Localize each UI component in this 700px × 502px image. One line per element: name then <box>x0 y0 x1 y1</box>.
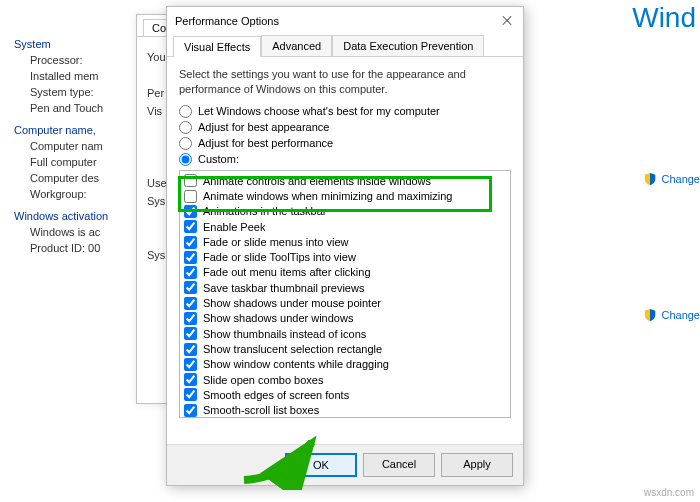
radio-label: Adjust for best appearance <box>198 121 329 133</box>
tab-advanced[interactable]: Advanced <box>261 35 332 56</box>
checkbox-input[interactable] <box>184 220 197 233</box>
checkbox-label: Show shadows under mouse pointer <box>203 296 381 310</box>
shield-icon <box>643 172 657 186</box>
checkbox-label: Slide open combo boxes <box>203 373 323 387</box>
radio-input[interactable] <box>179 137 192 150</box>
checkbox-option[interactable]: Animations in the taskbar <box>184 204 506 218</box>
tab-strip: Visual EffectsAdvancedData Execution Pre… <box>167 35 523 57</box>
checkbox-label: Fade out menu items after clicking <box>203 265 371 279</box>
checkbox-option[interactable]: Animate windows when minimizing and maxi… <box>184 189 506 203</box>
checkbox-input[interactable] <box>184 281 197 294</box>
change-label: Change <box>661 173 700 185</box>
checkbox-input[interactable] <box>184 297 197 310</box>
radio-option[interactable]: Adjust for best appearance <box>179 121 511 134</box>
bg-group-header: System <box>14 38 154 50</box>
system-properties-bg: SystemProcessor:Installed memSystem type… <box>14 28 154 258</box>
cancel-button[interactable]: Cancel <box>363 453 435 477</box>
checkbox-option[interactable]: Smooth-scroll list boxes <box>184 403 506 417</box>
checkbox-input[interactable] <box>184 312 197 325</box>
checkbox-option[interactable]: Show thumbnails instead of icons <box>184 327 506 341</box>
checkbox-label: Enable Peek <box>203 220 265 234</box>
options-listbox[interactable]: Animate controls and elements inside win… <box>179 170 511 418</box>
checkbox-option[interactable]: Enable Peek <box>184 220 506 234</box>
checkbox-input[interactable] <box>184 205 197 218</box>
checkbox-input[interactable] <box>184 327 197 340</box>
ok-button[interactable]: OK <box>285 453 357 477</box>
change-settings-link-1[interactable]: Change <box>643 172 700 186</box>
shield-icon <box>643 308 657 322</box>
checkbox-label: Fade or slide menus into view <box>203 235 349 249</box>
radio-input[interactable] <box>179 153 192 166</box>
checkbox-label: Fade or slide ToolTips into view <box>203 250 356 264</box>
checkbox-label: Show thumbnails instead of icons <box>203 327 366 341</box>
checkbox-input[interactable] <box>184 251 197 264</box>
radio-label: Let Windows choose what's best for my co… <box>198 105 440 117</box>
checkbox-label: Smooth edges of screen fonts <box>203 388 349 402</box>
checkbox-option[interactable]: Fade or slide menus into view <box>184 235 506 249</box>
radio-input[interactable] <box>179 121 192 134</box>
radio-option[interactable]: Adjust for best performance <box>179 137 511 150</box>
checkbox-option[interactable]: Animate controls and elements inside win… <box>184 174 506 188</box>
watermark: wsxdn.com <box>644 487 694 498</box>
checkbox-input[interactable] <box>184 373 197 386</box>
change-settings-link-2[interactable]: Change <box>643 308 700 322</box>
checkbox-option[interactable]: Save taskbar thumbnail previews <box>184 281 506 295</box>
titlebar: Performance Options <box>167 7 523 35</box>
tab-visual-effects[interactable]: Visual Effects <box>173 36 261 57</box>
checkbox-label: Animate windows when minimizing and maxi… <box>203 189 452 203</box>
tab-content: Select the settings you want to use for … <box>167 57 523 444</box>
checkbox-input[interactable] <box>184 190 197 203</box>
change-label: Change <box>661 309 700 321</box>
checkbox-input[interactable] <box>184 343 197 356</box>
bg-group-header: Computer name, <box>14 124 154 136</box>
checkbox-input[interactable] <box>184 266 197 279</box>
checkbox-option[interactable]: Fade out menu items after clicking <box>184 265 506 279</box>
checkbox-option[interactable]: Slide open combo boxes <box>184 373 506 387</box>
radio-label: Custom: <box>198 153 239 165</box>
checkbox-label: Show translucent selection rectangle <box>203 342 382 356</box>
checkbox-label: Animations in the taskbar <box>203 204 327 218</box>
checkbox-label: Show shadows under windows <box>203 311 353 325</box>
checkbox-label: Show window contents while dragging <box>203 357 389 371</box>
checkbox-input[interactable] <box>184 236 197 249</box>
dialog-title: Performance Options <box>175 15 279 27</box>
checkbox-input[interactable] <box>184 404 197 417</box>
checkbox-label: Smooth-scroll list boxes <box>203 403 319 417</box>
radio-option[interactable]: Custom: <box>179 153 511 166</box>
radio-input[interactable] <box>179 105 192 118</box>
windows-brand-text: Wind <box>632 2 696 34</box>
checkbox-option[interactable]: Show shadows under mouse pointer <box>184 296 506 310</box>
description-text: Select the settings you want to use for … <box>179 67 511 97</box>
checkbox-option[interactable]: Show translucent selection rectangle <box>184 342 506 356</box>
bg-group-header: Windows activation <box>14 210 154 222</box>
checkbox-label: Animate controls and elements inside win… <box>203 174 431 188</box>
checkbox-input[interactable] <box>184 358 197 371</box>
apply-button[interactable]: Apply <box>441 453 513 477</box>
radio-option[interactable]: Let Windows choose what's best for my co… <box>179 105 511 118</box>
checkbox-option[interactable]: Show shadows under windows <box>184 311 506 325</box>
checkbox-input[interactable] <box>184 388 197 401</box>
button-row: OK Cancel Apply <box>167 444 523 485</box>
checkbox-label: Save taskbar thumbnail previews <box>203 281 364 295</box>
radio-group: Let Windows choose what's best for my co… <box>179 105 511 166</box>
checkbox-option[interactable]: Fade or slide ToolTips into view <box>184 250 506 264</box>
close-icon[interactable] <box>499 13 515 29</box>
checkbox-option[interactable]: Show window contents while dragging <box>184 357 506 371</box>
performance-options-dialog: Performance Options Visual EffectsAdvanc… <box>166 6 524 486</box>
checkbox-option[interactable]: Smooth edges of screen fonts <box>184 388 506 402</box>
radio-label: Adjust for best performance <box>198 137 333 149</box>
checkbox-input[interactable] <box>184 174 197 187</box>
tab-data-execution-prevention[interactable]: Data Execution Prevention <box>332 35 484 56</box>
